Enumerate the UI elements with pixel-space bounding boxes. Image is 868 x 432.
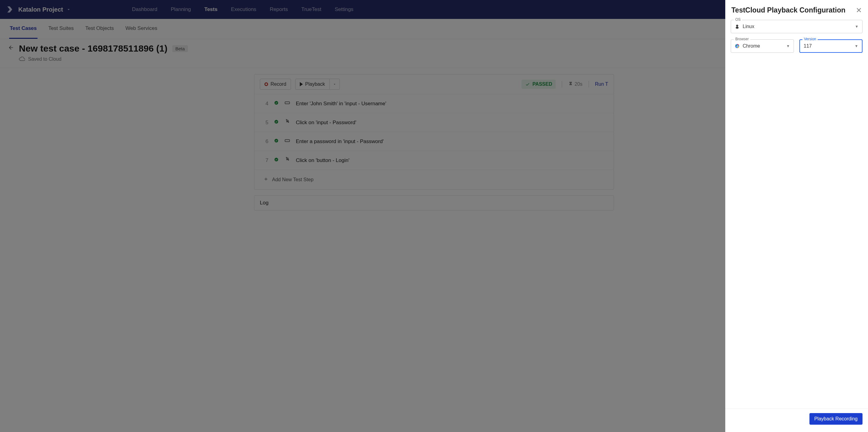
chevron-down-icon: ▼ <box>855 24 859 29</box>
browser-value: Chrome <box>743 43 760 49</box>
svg-point-8 <box>737 25 737 26</box>
linux-icon <box>735 24 740 29</box>
svg-point-7 <box>736 27 738 28</box>
svg-point-6 <box>736 25 738 27</box>
version-select[interactable]: 117 ▼ <box>799 39 863 53</box>
chevron-down-icon: ▼ <box>786 44 790 48</box>
os-field-label: OS <box>734 18 742 22</box>
playback-recording-button[interactable]: Playback Recording <box>809 413 863 425</box>
browser-select[interactable]: Chrome ▼ <box>731 39 794 53</box>
os-value: Linux <box>743 24 754 29</box>
version-value: 117 <box>804 43 812 49</box>
playback-config-panel: TestCloud Playback Configuration ✕ OS Li… <box>725 0 868 432</box>
version-field-label: Version <box>802 37 818 41</box>
chrome-icon <box>735 43 740 49</box>
os-select[interactable]: Linux ▼ <box>731 20 863 33</box>
chevron-down-icon: ▼ <box>855 44 858 48</box>
svg-point-9 <box>738 25 738 26</box>
panel-title: TestCloud Playback Configuration <box>732 6 845 14</box>
close-icon[interactable]: ✕ <box>856 7 862 14</box>
browser-field-label: Browser <box>734 37 750 41</box>
